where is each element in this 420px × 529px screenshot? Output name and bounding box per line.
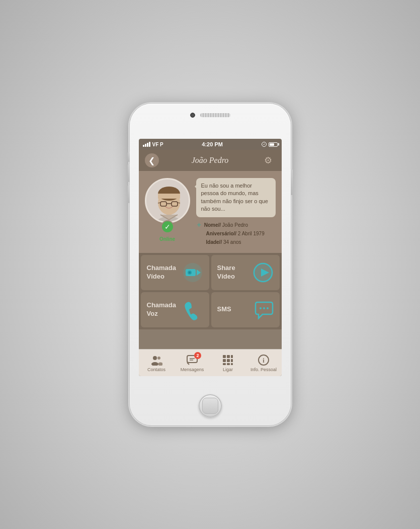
svg-rect-32 — [231, 355, 233, 358]
birthday-detail: Aniversário// 2 Abril 1979 — [206, 230, 265, 237]
share-video-button[interactable]: ShareVídeo — [211, 255, 280, 290]
sms-button[interactable]: SMS — [211, 292, 280, 327]
status-bar: VF P 4:20 PM — [139, 139, 282, 150]
voice-call-label: ChamadaVoz — [147, 301, 177, 318]
svg-point-22 — [153, 356, 157, 360]
app-header: ❮ João Pedro ⚙ — [139, 150, 282, 171]
signal-icon — [143, 142, 150, 147]
gear-icon: ⚙ — [264, 155, 272, 166]
svg-rect-31 — [227, 355, 230, 358]
alarm-icon — [262, 142, 267, 147]
avatar-section: ✓ Online — [145, 178, 190, 247]
svg-rect-36 — [223, 363, 226, 365]
profile-details: + Nome// João Pedro Aniversário// 2 Abri… — [196, 221, 276, 247]
people-icon — [150, 354, 162, 366]
svg-rect-34 — [227, 359, 230, 362]
svg-rect-30 — [223, 355, 226, 358]
name-detail: Nome// João Pedro — [204, 221, 248, 229]
video-call-label: ChamadaVídeo — [147, 264, 177, 281]
phone-top — [165, 113, 256, 118]
video-call-button[interactable]: ChamadaVídeo — [141, 255, 209, 290]
avatar — [145, 178, 190, 223]
profile-quote: Eu não sou a melhor pessoa do mundo, mas… — [196, 178, 276, 217]
action-grid: ChamadaVídeo — [139, 253, 282, 329]
online-label: Online — [159, 236, 175, 242]
tab-bar: Contatos 2 Mensagens — [139, 349, 282, 376]
tab-info-pessoal[interactable]: i Info. Pessoal — [246, 352, 282, 374]
quote-text: Eu não sou a melhor pessoa do mundo, mas… — [201, 183, 268, 212]
power-button[interactable] — [291, 169, 293, 195]
svg-rect-33 — [223, 359, 226, 362]
svg-point-19 — [260, 307, 262, 309]
grid-icon — [222, 354, 234, 366]
page-title: João Pedro — [192, 156, 229, 165]
profile-area: ✓ Online Eu não sou a melhor pessoa do m… — [139, 171, 282, 253]
info-icon: i — [258, 354, 270, 366]
status-right — [262, 142, 278, 147]
phone-device: VF P 4:20 PM ❮ João Pedro ⚙ — [130, 104, 291, 425]
video-camera-icon — [182, 262, 203, 283]
front-camera — [190, 113, 195, 118]
sms-label: SMS — [217, 305, 231, 314]
clock-display: 4:20 PM — [202, 141, 223, 147]
earpiece-speaker — [200, 113, 230, 117]
svg-point-14 — [189, 272, 191, 274]
svg-rect-38 — [231, 363, 233, 365]
tab-ligar[interactable]: Ligar — [210, 352, 246, 374]
home-button[interactable] — [199, 394, 222, 417]
checkmark-icon: ✓ — [164, 223, 171, 231]
home-button-inner — [202, 398, 218, 414]
svg-rect-37 — [227, 363, 230, 365]
tab-mensagens-label: Mensagens — [181, 367, 204, 372]
detail-row-birthday: Aniversário// 2 Abril 1979 — [197, 230, 275, 237]
svg-point-25 — [158, 362, 162, 366]
chat-icon — [253, 299, 274, 320]
age-detail: Idade// 34 anos — [206, 238, 241, 246]
svg-rect-5 — [158, 194, 180, 199]
voice-call-button[interactable]: ChamadaVoz — [141, 292, 209, 327]
battery-icon — [269, 142, 278, 147]
tab-ligar-label: Ligar — [223, 367, 233, 372]
detail-row-name: + Nome// João Pedro — [197, 221, 275, 229]
tab-contatos[interactable]: Contatos — [139, 352, 175, 374]
share-video-label: ShareVídeo — [217, 264, 235, 281]
volume-down-button[interactable] — [128, 185, 130, 203]
tab-mensagens[interactable]: 2 Mensagens — [175, 352, 210, 374]
back-arrow-icon: ❮ — [148, 156, 155, 165]
svg-text:i: i — [263, 357, 265, 364]
svg-point-24 — [157, 357, 160, 360]
profile-info: Eu não sou a melhor pessoa do mundo, mas… — [196, 178, 276, 247]
play-icon — [253, 262, 274, 283]
svg-point-23 — [151, 362, 158, 366]
mute-button[interactable] — [128, 152, 130, 162]
phone-body: VF P 4:20 PM ❮ João Pedro ⚙ — [130, 104, 291, 425]
online-status-badge: ✓ — [161, 220, 174, 233]
expand-icon: + — [197, 221, 201, 228]
tab-contatos-label: Contatos — [147, 367, 165, 372]
phone-icon — [182, 299, 203, 320]
status-left: VF P — [143, 142, 163, 147]
svg-point-21 — [267, 307, 269, 309]
messages-badge: 2 — [194, 352, 201, 359]
avatar-image — [146, 180, 190, 223]
phone-screen: VF P 4:20 PM ❮ João Pedro ⚙ — [139, 139, 282, 376]
settings-button[interactable]: ⚙ — [261, 153, 275, 167]
detail-row-age: Idade// 34 anos — [197, 238, 275, 246]
carrier-label: VF P — [152, 142, 163, 147]
volume-up-button[interactable] — [128, 164, 130, 182]
message-icon: 2 — [186, 354, 198, 366]
back-button[interactable]: ❮ — [145, 153, 159, 167]
tab-info-label: Info. Pessoal — [250, 367, 277, 372]
svg-rect-35 — [231, 359, 233, 362]
svg-point-20 — [263, 307, 265, 309]
